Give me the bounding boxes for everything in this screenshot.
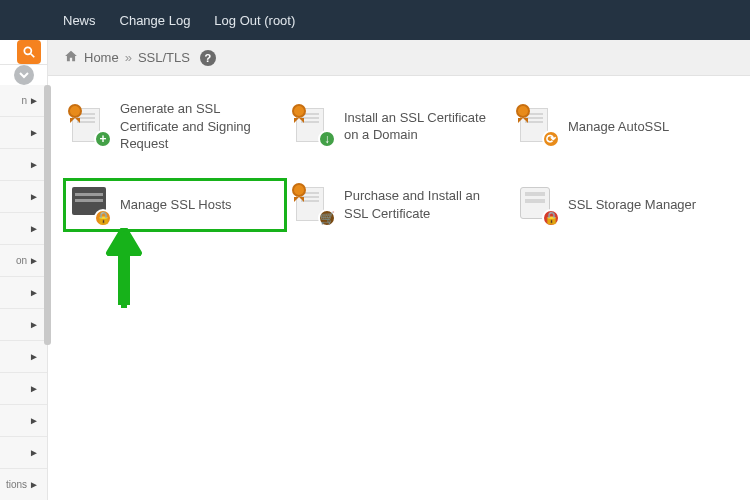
lock-badge-icon: 🔒 — [542, 209, 560, 227]
chevron-right-icon: ► — [29, 127, 39, 138]
tile-install-ssl-domain[interactable]: ↓ Install an SSL Certificate on a Domain — [292, 96, 506, 157]
chevron-right-icon: ► — [29, 383, 39, 394]
tile-generate-csr[interactable]: + Generate an SSL Certificate and Signin… — [68, 96, 282, 157]
main-panel: Home » SSL/TLS ? + Generate an SSL Certi… — [48, 40, 750, 500]
sidebar-item[interactable]: on► — [0, 245, 47, 277]
chevron-right-icon: ► — [29, 255, 39, 266]
search-button[interactable] — [17, 40, 41, 64]
sidebar-item[interactable]: ► — [0, 341, 47, 373]
chevron-right-icon: ► — [29, 95, 39, 106]
tile-manage-autossl[interactable]: ⟳ Manage AutoSSL — [516, 96, 730, 157]
chevron-right-icon: ► — [29, 351, 39, 362]
nav-changelog-link[interactable]: Change Log — [120, 13, 191, 28]
tile-label: Manage SSL Hosts — [120, 196, 232, 214]
search-icon — [22, 45, 36, 59]
certificate-icon: + — [72, 108, 108, 144]
svg-point-0 — [24, 47, 31, 54]
breadcrumb: Home » SSL/TLS ? — [48, 40, 750, 76]
tile-manage-ssl-hosts[interactable]: 🔒 Manage SSL Hosts — [68, 183, 282, 227]
tile-ssl-storage-manager[interactable]: 🔒 SSL Storage Manager — [516, 183, 730, 227]
lock-badge-icon: 🔒 — [94, 209, 112, 227]
sidebar-item[interactable]: ► — [0, 373, 47, 405]
nav-news-link[interactable]: News — [63, 13, 96, 28]
sidebar-item[interactable]: ► — [0, 437, 47, 469]
sidebar-item[interactable]: tions► — [0, 469, 47, 500]
cart-badge-icon: 🛒 — [318, 209, 336, 227]
chevron-right-icon: ► — [29, 191, 39, 202]
sidebar: n► ► ► ► ► on► ► ► ► ► ► ► tions► — [0, 40, 48, 500]
tile-label: Install an SSL Certificate on a Domain — [344, 109, 494, 144]
download-badge-icon: ↓ — [318, 130, 336, 148]
chevron-right-icon: ► — [29, 159, 39, 170]
sidebar-item[interactable]: ► — [0, 309, 47, 341]
chevron-right-icon: ► — [29, 223, 39, 234]
sidebar-item[interactable]: ► — [0, 277, 47, 309]
chevron-right-icon: ► — [29, 447, 39, 458]
chevron-right-icon: ► — [29, 319, 39, 330]
svg-rect-2 — [118, 250, 130, 305]
breadcrumb-separator: » — [125, 50, 132, 65]
sidebar-item[interactable]: ► — [0, 117, 47, 149]
sidebar-item[interactable]: ► — [0, 149, 47, 181]
breadcrumb-home-link[interactable]: Home — [84, 50, 119, 65]
chevron-right-icon: ► — [29, 479, 39, 490]
help-icon[interactable]: ? — [200, 50, 216, 66]
content-area: + Generate an SSL Certificate and Signin… — [48, 76, 750, 500]
sidebar-item[interactable]: n► — [0, 85, 47, 117]
sidebar-collapse-button[interactable] — [14, 65, 34, 85]
chevron-right-icon: ► — [29, 287, 39, 298]
plus-badge-icon: + — [94, 130, 112, 148]
server-icon: 🔒 — [72, 187, 108, 223]
storage-icon: 🔒 — [520, 187, 556, 223]
breadcrumb-current: SSL/TLS — [138, 50, 190, 65]
chevron-down-icon — [19, 70, 29, 80]
svg-line-1 — [31, 54, 35, 58]
sidebar-item[interactable]: ► — [0, 213, 47, 245]
home-icon — [64, 49, 78, 66]
tile-label: Manage AutoSSL — [568, 118, 669, 136]
tile-purchase-install-ssl[interactable]: 🛒 Purchase and Install an SSL Certificat… — [292, 183, 506, 227]
sidebar-item[interactable]: ► — [0, 181, 47, 213]
top-navbar: News Change Log Log Out (root) — [0, 0, 750, 40]
tile-label: Purchase and Install an SSL Certificate — [344, 187, 494, 222]
certificate-icon: ⟳ — [520, 108, 556, 144]
search-bar — [0, 40, 47, 65]
annotation-arrow-up — [104, 228, 144, 308]
sidebar-item-list: n► ► ► ► ► on► ► ► ► ► ► ► tions► — [0, 85, 47, 500]
certificate-icon: 🛒 — [296, 187, 332, 223]
auto-badge-icon: ⟳ — [542, 130, 560, 148]
chevron-right-icon: ► — [29, 415, 39, 426]
tile-label: Generate an SSL Certificate and Signing … — [120, 100, 270, 153]
tile-label: SSL Storage Manager — [568, 196, 696, 214]
nav-logout-link[interactable]: Log Out (root) — [214, 13, 295, 28]
certificate-icon: ↓ — [296, 108, 332, 144]
sidebar-item[interactable]: ► — [0, 405, 47, 437]
